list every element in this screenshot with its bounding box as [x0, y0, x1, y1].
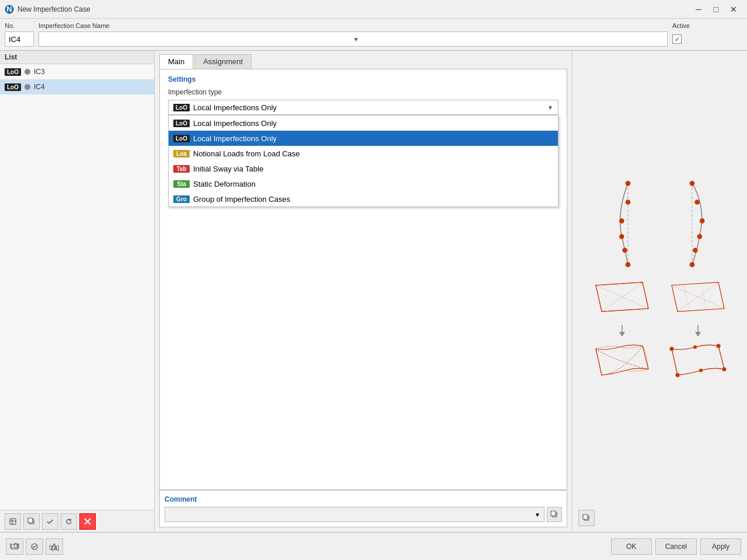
- item-name: IC3: [34, 68, 45, 76]
- selected-label: Local Imperfections Only: [193, 103, 277, 112]
- list-header: List: [0, 51, 154, 64]
- dropdown-item[interactable]: Gro Group of Imperfection Cases: [169, 191, 558, 206]
- svg-point-20: [689, 262, 694, 267]
- arrow-down-2: [692, 324, 704, 337]
- svg-marker-33: [695, 332, 701, 337]
- maximize-button[interactable]: □: [707, 1, 725, 18]
- dropdown-item[interactable]: Loa Notional Loads from Load Case: [169, 146, 558, 161]
- item-badge: Sta: [173, 180, 190, 188]
- comment-copy-button[interactable]: [547, 507, 562, 522]
- item-badge: Tab: [173, 165, 190, 173]
- tab-bar: Main Assignment: [155, 51, 572, 69]
- dialog-buttons: OK Cancel Apply: [611, 538, 741, 555]
- settings-title: Settings: [168, 75, 558, 83]
- diagram-area: [578, 57, 741, 504]
- comment-select[interactable]: ▼: [165, 507, 544, 522]
- item-label: Initial Sway via Table: [193, 164, 263, 173]
- comment-input-row: ▼: [165, 507, 562, 522]
- svg-line-23: [596, 285, 648, 309]
- svg-point-46: [32, 544, 37, 550]
- svg-point-15: [689, 181, 694, 186]
- active-checkbox-row: [672, 32, 742, 47]
- cancel-button[interactable]: Cancel: [655, 538, 697, 555]
- bottom-tools: 0.00 f(x): [6, 538, 609, 555]
- refresh-button[interactable]: [61, 513, 77, 530]
- imperfection-type-label: Imperfection type: [168, 88, 558, 96]
- tool-btn-1[interactable]: 0.00: [6, 538, 23, 555]
- bottom-bar: 0.00 f(x) OK Cancel Apply: [0, 532, 747, 560]
- list-items: LoO IC3 LoO IC4: [0, 64, 154, 510]
- active-group: Active: [672, 22, 742, 47]
- duplicate-button[interactable]: [23, 513, 40, 530]
- svg-text:f(x): f(x): [50, 543, 59, 551]
- active-label: Active: [672, 22, 742, 29]
- svg-point-38: [722, 367, 726, 371]
- add-button[interactable]: [5, 513, 21, 530]
- dropdown-menu: LoO Local Imperfections Only LoO Local I…: [168, 115, 558, 207]
- no-field-group: No. IC4: [5, 22, 34, 47]
- dropdown-selected[interactable]: LoO Local Imperfections Only ▼: [168, 100, 558, 115]
- plate-diagram-2: [666, 279, 730, 320]
- svg-rect-6: [551, 511, 556, 516]
- minimize-button[interactable]: ─: [690, 1, 707, 18]
- plate-diagrams: [590, 279, 730, 381]
- case-name-arrow: ▼: [353, 36, 664, 43]
- plate-diagram-4: [666, 340, 730, 381]
- svg-text:N: N: [6, 5, 12, 13]
- imperfection-type-dropdown[interactable]: LoO Local Imperfections Only ▼ LoO Local…: [168, 100, 558, 115]
- svg-point-11: [619, 234, 624, 239]
- svg-point-16: [694, 200, 700, 205]
- item-label: Local Imperfections Only: [193, 134, 277, 143]
- dropdown-arrow: ▼: [547, 104, 553, 111]
- svg-point-19: [693, 247, 698, 253]
- beam-diagram-1: [602, 180, 654, 268]
- selected-badge: LoO: [173, 104, 190, 111]
- tab-main[interactable]: Main: [159, 54, 193, 69]
- tool-btn-3[interactable]: f(x): [46, 538, 63, 555]
- dropdown-item[interactable]: LoO Local Imperfections Only: [169, 116, 558, 131]
- tab-assignment[interactable]: Assignment: [194, 54, 252, 69]
- svg-rect-4: [28, 518, 33, 523]
- ok-button[interactable]: OK: [611, 538, 652, 555]
- app-icon: N: [5, 5, 14, 14]
- item-badge: LoO: [5, 68, 21, 76]
- list-item[interactable]: LoO IC3: [0, 64, 154, 79]
- plate-diagram-1: [590, 279, 654, 320]
- main-content: List LoO IC3 LoO IC4: [0, 51, 747, 532]
- item-label: Static Deformation: [193, 180, 256, 188]
- check-button[interactable]: [42, 513, 58, 530]
- title-bar: N New Imperfection Case ─ □ ✕: [0, 0, 747, 19]
- comment-label: Comment: [165, 495, 562, 503]
- case-name-select[interactable]: ▼: [39, 32, 668, 47]
- arrow-down-1: [616, 324, 628, 337]
- delete-button[interactable]: [79, 513, 96, 530]
- item-dot: [25, 84, 30, 90]
- close-button[interactable]: ✕: [725, 1, 742, 18]
- dropdown-item-active[interactable]: LoO Local Imperfections Only: [169, 131, 558, 146]
- svg-line-34: [672, 349, 678, 375]
- svg-point-37: [716, 344, 720, 348]
- item-name: IC4: [34, 83, 45, 91]
- svg-point-41: [699, 369, 703, 372]
- header-row: No. IC4 Imperfection Case Name ▼ Active: [0, 19, 747, 51]
- active-checkbox[interactable]: [672, 34, 682, 44]
- svg-point-9: [625, 200, 630, 205]
- beam-diagram-2: [666, 180, 718, 268]
- comment-arrow: ▼: [535, 512, 540, 518]
- svg-marker-26: [619, 332, 625, 337]
- item-label: Local Imperfections Only: [193, 119, 277, 128]
- case-name-label: Imperfection Case Name: [39, 22, 668, 29]
- apply-button[interactable]: Apply: [700, 538, 741, 555]
- tool-btn-2[interactable]: [26, 538, 43, 555]
- svg-line-31: [701, 283, 707, 310]
- svg-point-12: [622, 247, 627, 253]
- dropdown-item[interactable]: Sta Static Deformation: [169, 176, 558, 191]
- dialog: No. IC4 Imperfection Case Name ▼ Active …: [0, 19, 747, 560]
- center-panel: Main Assignment Settings Imperfection ty…: [155, 51, 572, 532]
- right-copy-button[interactable]: [578, 510, 595, 526]
- list-item[interactable]: LoO IC4: [0, 79, 154, 94]
- left-panel: List LoO IC3 LoO IC4: [0, 51, 155, 532]
- tab-content-main: Settings Imperfection type LoO Local Imp…: [159, 69, 567, 490]
- dropdown-item[interactable]: Tab Initial Sway via Table: [169, 161, 558, 176]
- svg-rect-43: [583, 514, 588, 519]
